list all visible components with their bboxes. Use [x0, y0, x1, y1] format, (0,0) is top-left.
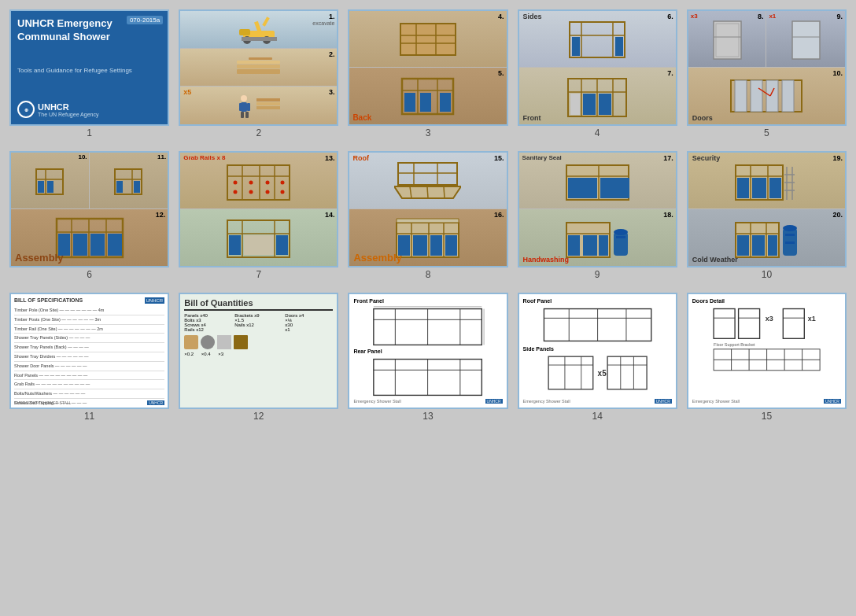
step-6-cell: Sides 6. [519, 11, 676, 68]
step-6-sides-label: Sides [523, 13, 542, 20]
page-15-image: Doors Detail x3 x1 Floor Support Bracket [687, 293, 847, 409]
page-14[interactable]: Roof Panel Side Panels x5 [516, 291, 679, 426]
page-4[interactable]: Sides 6. 7. Front [516, 8, 679, 143]
page-4-image: Sides 6. 7. Front [518, 9, 677, 126]
svg-rect-123 [568, 235, 580, 256]
page-8[interactable]: 15. Roof [346, 149, 509, 285]
page-9[interactable]: 17. Sanitary Seal 18. Handwashing [516, 149, 679, 285]
svg-rect-114 [445, 235, 457, 256]
svg-rect-18 [241, 112, 244, 118]
page-2[interactable]: 1. excavate 2. [177, 8, 340, 143]
svg-rect-94 [229, 235, 241, 255]
security-icon [733, 159, 800, 202]
svg-rect-67 [134, 181, 140, 193]
page-7[interactable]: 13. Grab Rails x 8 [177, 149, 340, 285]
svg-rect-134 [752, 178, 766, 198]
page-6[interactable]: 10. 11. [8, 149, 171, 285]
svg-rect-95 [244, 235, 274, 255]
draw-13-title2: Rear Panel [353, 349, 502, 354]
boq-col1: Panels x40 Bolts x3 Screws x4 Rails x12 [184, 313, 232, 332]
tech-draw-13: Front Panel Rear Panel [349, 294, 506, 408]
step-8-num: 8. [758, 13, 764, 20]
side-panels-drawing: x5 [523, 353, 672, 393]
step-19-cell: 19. Security [688, 153, 845, 209]
step-19-num: 19. [832, 154, 843, 162]
assembly-step11 [113, 165, 144, 197]
svg-rect-178 [714, 309, 735, 339]
svg-point-87 [249, 190, 253, 194]
svg-rect-29 [404, 93, 415, 112]
boq-timber-icon [184, 335, 198, 349]
step-14-icon [225, 216, 292, 260]
step-9-x1: x1 [769, 13, 776, 20]
boq-items: Panels x40 Bolts x3 Screws x4 Rails x12 … [184, 313, 333, 332]
step-11-sub: 11. [90, 153, 168, 208]
step-4-cell: 4. [349, 11, 506, 68]
step-1-num: 1. [329, 13, 335, 20]
step-4-num: 4. [498, 13, 504, 20]
assembly-label-8: Assembly [353, 252, 401, 264]
draw-14-title2: Side Panels [523, 346, 672, 352]
excavator-icon [235, 15, 282, 45]
grab-rails-label: Grab Rails x 8 [183, 154, 225, 161]
boq-sheet-icon [217, 335, 231, 349]
svg-rect-147 [768, 235, 777, 256]
svg-text:x3: x3 [766, 315, 773, 323]
svg-point-83 [249, 181, 253, 185]
page-11-label: 11 [84, 409, 94, 425]
single-door-icon [788, 17, 824, 61]
svg-rect-126 [614, 232, 628, 256]
step-14-num: 14. [325, 211, 335, 219]
page-12-label: 12 [253, 409, 264, 425]
assembly-step16-icon [394, 216, 461, 260]
page-3-image: 4. 5. Back [348, 9, 507, 126]
handwashing-icon [564, 216, 631, 260]
page-11[interactable]: BILL OF SPECIFICATIONS UNHCR Timber Pole… [8, 291, 171, 426]
svg-rect-46 [714, 21, 741, 59]
step-1-cell: 1. excavate [180, 11, 337, 49]
svg-point-14 [241, 95, 247, 101]
draw-15-unhcr: UNHCR [824, 399, 841, 404]
draw-13-title: Front Panel [353, 298, 502, 304]
page-3[interactable]: 4. 5. Back [346, 8, 509, 143]
assembly-step10 [34, 165, 65, 197]
svg-rect-4 [242, 37, 277, 41]
roof-panel-drawing [523, 305, 672, 345]
page-2-image: 1. excavate 2. [179, 9, 338, 126]
boq-rail-icon [234, 335, 248, 349]
step-7-front-label: Front [523, 114, 541, 122]
svg-rect-76 [108, 234, 122, 256]
page-1[interactable]: 070-2015a UNHCR Emergency Communal Showe… [8, 8, 171, 143]
page-6-label: 6 [87, 267, 92, 283]
page-10[interactable]: 19. Security [685, 149, 848, 285]
svg-rect-1 [239, 29, 250, 35]
step-16-cell: 16. Assembly [349, 209, 506, 266]
step-3-cell: 3. x5 [180, 87, 337, 124]
page-11-image: BILL OF SPECIFICATIONS UNHCR Timber Pole… [9, 293, 169, 409]
svg-point-149 [783, 225, 797, 231]
svg-rect-125 [599, 235, 608, 256]
step-17-cell: 17. Sanitary Seal [519, 153, 676, 209]
svg-text:Floor Support Bracket: Floor Support Bracket [714, 342, 755, 347]
cold-weather-label: Cold Weather [692, 256, 738, 264]
assembly-label-6: Assembly [15, 252, 63, 264]
draw-15-footer-text: Emergency Shower Stall [692, 399, 740, 404]
svg-rect-174 [607, 356, 647, 389]
cover-subtitle: Tools and Guidance for Refugee Settings [17, 66, 161, 75]
svg-rect-128 [616, 236, 625, 238]
draw-13-unhcr: UNHCR [485, 399, 503, 404]
page-13[interactable]: Front Panel Rear Panel [346, 291, 509, 426]
page-5[interactable]: 8. x3 9. x1 [685, 8, 848, 143]
page-15[interactable]: Doors Detail x3 x1 Floor Support Bracket [685, 291, 848, 426]
roof-label: Roof [352, 154, 369, 162]
page-12[interactable]: Bill of Quantities Panels x40 Bolts x3 S… [177, 291, 340, 426]
step-15-num: 15. [494, 154, 504, 162]
svg-rect-8 [237, 65, 280, 68]
svg-rect-124 [583, 235, 597, 256]
boq-icons [184, 335, 333, 349]
svg-rect-6 [262, 17, 269, 26]
svg-rect-102 [398, 163, 457, 185]
step-13-num: 13. [325, 154, 335, 162]
page-14-label: 14 [592, 409, 603, 425]
svg-rect-9 [237, 61, 280, 64]
